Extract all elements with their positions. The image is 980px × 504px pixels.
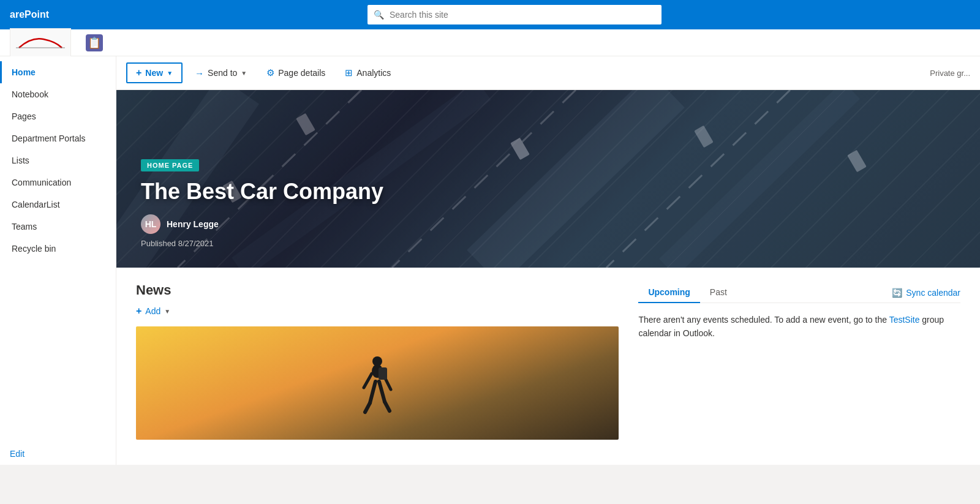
chevron-down-icon-news: ▼ [164, 308, 170, 315]
sidebar-item-lists[interactable]: Lists [0, 149, 116, 171]
svg-line-20 [365, 403, 370, 412]
send-to-button[interactable]: → Send to ▼ [187, 64, 254, 82]
new-button[interactable]: + New ▼ [126, 62, 183, 83]
hero-content: HOME PAGE The Best Car Company HL Henry … [141, 159, 383, 248]
sidebar-item-recycle-bin[interactable]: Recycle bin [0, 238, 116, 260]
new-label: New [145, 68, 163, 78]
page-details-label: Page details [278, 68, 325, 78]
car-logo-svg [13, 31, 68, 55]
hero-banner: HOME PAGE The Best Car Company HL Henry … [116, 90, 980, 268]
events-tabs: Upcoming Past 🔄 Sync calendar [638, 282, 960, 303]
teams-icon[interactable]: 📋 [86, 34, 103, 51]
svg-line-18 [370, 382, 375, 403]
plus-icon-news: + [136, 306, 141, 317]
svg-line-21 [385, 402, 390, 411]
search-bar-container: 🔍 [59, 5, 970, 24]
events-section: Upcoming Past 🔄 Sync calendar There aren… [638, 282, 960, 440]
top-bar-title: arePoint [10, 9, 49, 20]
svg-line-19 [379, 382, 385, 402]
settings-icon: ⚙ [266, 67, 274, 78]
tab-past[interactable]: Past [700, 282, 737, 303]
private-group-label: Private gr... [930, 69, 970, 78]
main-layout: Home Notebook Pages Department Portals L… [0, 56, 980, 465]
refresh-icon: 🔄 [892, 288, 902, 298]
analytics-label: Analytics [356, 68, 391, 78]
sidebar-item-pages[interactable]: Pages [0, 105, 116, 127]
page-details-button[interactable]: ⚙ Page details [259, 64, 333, 82]
svg-rect-17 [379, 367, 387, 380]
home-page-badge: HOME PAGE [141, 159, 199, 171]
body-content: News + Add ▼ [116, 268, 980, 454]
events-empty-text: There aren't any events scheduled. To ad… [638, 313, 960, 340]
chevron-down-icon-send: ▼ [241, 70, 247, 77]
sidebar: Home Notebook Pages Department Portals L… [0, 56, 116, 465]
site-logo [10, 28, 71, 58]
chevron-down-icon: ▼ [167, 70, 173, 77]
sidebar-item-communication[interactable]: Communication [0, 171, 116, 194]
sidebar-item-notebook[interactable]: Notebook [0, 83, 116, 105]
send-to-label: Send to [208, 68, 237, 78]
suite-nav: 📋 [0, 29, 980, 56]
analytics-button[interactable]: ⊞ Analytics [337, 64, 398, 82]
sync-calendar-button[interactable]: 🔄 Sync calendar [892, 288, 960, 298]
svg-point-14 [372, 356, 382, 366]
sidebar-edit-button[interactable]: Edit [0, 443, 116, 465]
news-add-label: Add [145, 306, 160, 316]
author-initials: HL [145, 219, 157, 229]
hero-author: HL Henry Legge [141, 214, 383, 234]
content-area: + New ▼ → Send to ▼ ⚙ Page details ⊞ Ana… [116, 56, 980, 465]
published-date: Published 8/27/2021 [141, 239, 383, 248]
sidebar-item-calendar-list[interactable]: CalendarList [0, 194, 116, 216]
sidebar-item-home[interactable]: Home [0, 61, 116, 83]
news-add-button[interactable]: + Add ▼ [136, 306, 170, 317]
news-image [136, 326, 619, 440]
hero-background: HOME PAGE The Best Car Company HL Henry … [116, 90, 980, 268]
testsite-link[interactable]: TestSite [889, 315, 920, 325]
search-bar-wrapper: 🔍 [368, 5, 662, 24]
plus-icon: + [136, 67, 141, 78]
sync-calendar-label: Sync calendar [906, 288, 960, 298]
tab-upcoming[interactable]: Upcoming [638, 282, 699, 303]
top-bar: arePoint 🔍 [0, 0, 980, 29]
news-section: News + Add ▼ [136, 282, 619, 440]
search-input[interactable] [368, 5, 662, 24]
news-title: News [136, 282, 619, 298]
author-name: Henry Legge [167, 219, 219, 229]
svg-line-15 [364, 374, 372, 388]
sidebar-item-teams[interactable]: Teams [0, 216, 116, 238]
analytics-icon: ⊞ [345, 67, 353, 78]
hero-title: The Best Car Company [141, 179, 383, 205]
toolbar: + New ▼ → Send to ▼ ⚙ Page details ⊞ Ana… [116, 56, 980, 90]
sidebar-item-department-portals[interactable]: Department Portals [0, 127, 116, 149]
hiker-silhouette [359, 354, 396, 440]
author-avatar: HL [141, 214, 160, 234]
send-icon: → [195, 68, 204, 78]
